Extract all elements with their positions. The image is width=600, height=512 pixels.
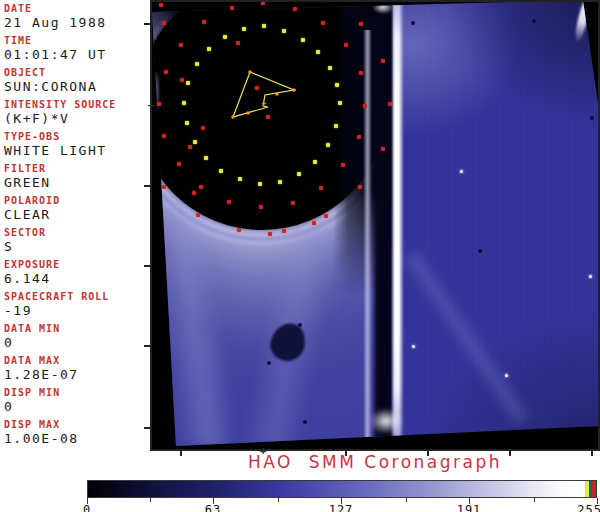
red-fiducial-dot — [358, 185, 362, 189]
bottom-axis-tick — [591, 451, 593, 456]
red-fiducial-dot — [388, 102, 392, 106]
yellow-fiducial-dot — [223, 35, 227, 39]
field-label: INTENSITY SOURCE — [4, 98, 150, 111]
field-value: 0 — [4, 399, 150, 415]
left-axis-tick — [144, 265, 150, 267]
yellow-fiducial-dot — [297, 172, 301, 176]
yellow-fiducial-dot — [204, 156, 208, 160]
red-fiducial-dot — [341, 163, 345, 167]
field-spacecraft-roll: SPACECRAFT ROLL-19 — [0, 290, 150, 322]
colorbar-tick-label: 63 — [205, 503, 221, 512]
red-fiducial-dot — [363, 104, 367, 108]
red-fiducial-dot — [164, 70, 168, 74]
yellow-fiducial-dot — [238, 177, 242, 181]
bottom-axis — [150, 449, 600, 451]
red-fiducial-dot — [236, 41, 240, 45]
field-value: (K+F)*V — [4, 111, 150, 127]
field-filter: FILTERGREEN — [0, 162, 150, 194]
dark-speck — [298, 323, 302, 327]
red-fiducial-dot — [381, 147, 385, 151]
red-fiducial-dot — [321, 21, 325, 25]
smm-cp-display-window: DATE21 Aug 1988 TIME01:01:47 UT OBJECTSU… — [0, 0, 600, 512]
white-speck — [412, 345, 415, 348]
field-value: GREEN — [4, 175, 150, 191]
left-axis-tick — [144, 345, 150, 347]
colorbar-minor-tick — [406, 498, 407, 502]
red-fiducial-dot — [324, 214, 328, 218]
red-fiducial-dot — [162, 21, 166, 25]
field-label: OBJECT — [4, 66, 150, 79]
red-fiducial-dot — [381, 59, 385, 63]
field-label: EXPOSURE — [4, 258, 150, 271]
red-fiducial-dot — [196, 213, 200, 217]
red-fiducial-dot — [359, 22, 363, 26]
yellow-fiducial-dot — [258, 182, 262, 186]
bottom-axis-tick — [509, 451, 511, 456]
dark-speck — [532, 19, 536, 23]
field-label: FILTER — [4, 162, 150, 175]
yellow-fiducial-dot — [186, 81, 190, 85]
left-axis — [150, 0, 152, 451]
red-fiducial-dot — [230, 6, 234, 10]
colorbar-tick-label: 191 — [457, 503, 482, 512]
field-polaroid: POLAROIDCLEAR — [0, 194, 150, 226]
yellow-fiducial-dot — [334, 124, 338, 128]
yellow-fiducial-dot — [328, 66, 332, 70]
top-axis — [150, 0, 600, 2]
red-fiducial-dot — [201, 126, 205, 130]
red-fiducial-dot — [359, 71, 363, 75]
field-disp-max: DISP MAX1.00E-08 — [0, 418, 150, 450]
red-fiducial-dot — [177, 162, 181, 166]
red-fiducial-dot — [293, 7, 297, 11]
yellow-fiducial-dot — [282, 29, 286, 33]
yellow-fiducial-dot — [242, 27, 246, 31]
colorbar — [87, 480, 597, 498]
yellow-fiducial-dot — [193, 140, 197, 144]
image-area: + ××××+++++ — [150, 0, 600, 450]
field-value: CLEAR — [4, 207, 150, 223]
red-fiducial-dot — [282, 229, 286, 233]
red-fiducial-dot — [188, 145, 192, 149]
red-fiducial-dot — [357, 135, 361, 139]
field-value: S — [4, 239, 150, 255]
field-value: -19 — [4, 303, 150, 319]
field-label: SECTOR — [4, 226, 150, 239]
red-fiducial-dot — [312, 221, 316, 225]
sun-center-cross-left: + — [148, 98, 155, 111]
field-label: POLAROID — [4, 194, 150, 207]
field-label: DATA MAX — [4, 354, 150, 367]
yellow-fiducial-dot — [207, 47, 211, 51]
left-axis-tick — [144, 185, 150, 187]
red-fiducial-dot — [180, 78, 184, 82]
field-value: 6.144 — [4, 271, 150, 287]
red-fiducial-dot — [344, 43, 348, 47]
yellow-fiducial-dot — [185, 121, 189, 125]
dark-speck — [590, 116, 594, 120]
red-fiducial-dot — [237, 228, 241, 232]
red-fiducial-dot — [199, 185, 203, 189]
dark-speck — [303, 420, 307, 424]
bottom-axis-tick — [345, 451, 347, 456]
field-exposure: EXPOSURE6.144 — [0, 258, 150, 290]
red-fiducial-dot — [202, 20, 206, 24]
field-label: TYPE-OBS — [4, 130, 150, 143]
red-fiducial-dot — [159, 3, 163, 7]
field-value: 0 — [4, 335, 150, 351]
field-data-max: DATA MAX1.28E-07 — [0, 354, 150, 386]
field-value: WHITE LIGHT — [4, 143, 150, 159]
red-fiducial-dot — [268, 232, 272, 236]
red-fiducial-dot — [157, 102, 161, 106]
red-fiducial-dot — [179, 43, 183, 47]
svg-text:+: + — [262, 99, 267, 108]
field-label: DATA MIN — [4, 322, 150, 335]
field-disp-min: DISP MIN0 — [0, 386, 150, 418]
colorbar-minor-tick — [534, 498, 535, 502]
yellow-fiducial-dot — [326, 143, 330, 147]
field-value: 1.00E-08 — [4, 431, 150, 447]
field-label: DISP MAX — [4, 418, 150, 431]
red-fiducial-dot — [162, 134, 166, 138]
left-axis-tick — [144, 427, 150, 429]
red-fiducial-dot — [319, 186, 323, 190]
red-fiducial-dot — [227, 200, 231, 204]
field-value: SUN:CORONA — [4, 79, 150, 95]
